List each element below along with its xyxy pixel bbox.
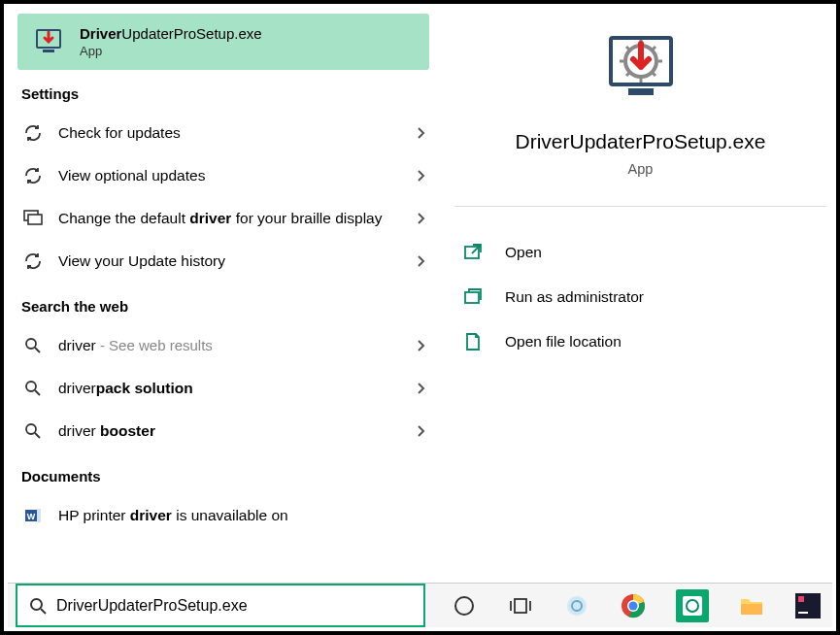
- svg-rect-25: [465, 292, 479, 303]
- settings-item-icon: [21, 251, 45, 271]
- svg-point-8: [26, 424, 36, 434]
- chevron-right-icon: [416, 212, 425, 225]
- svg-rect-12: [37, 509, 41, 522]
- settings-item-icon: [21, 210, 45, 227]
- active-app-icon[interactable]: [676, 589, 709, 622]
- run-admin-label: Run as administrator: [505, 288, 644, 306]
- open-location-label: Open file location: [505, 333, 622, 351]
- svg-rect-42: [798, 612, 808, 614]
- top-result[interactable]: DriverUpdaterProSetup.exe App: [17, 14, 429, 70]
- svg-line-21: [653, 73, 655, 76]
- settings-item-icon: [21, 123, 45, 143]
- top-result-subtitle: App: [80, 44, 262, 58]
- search-input[interactable]: [56, 597, 412, 615]
- detail-subtitle: App: [628, 161, 654, 177]
- shield-icon: [462, 286, 484, 308]
- settings-item-text: View optional updates: [58, 165, 416, 186]
- search-icon: [21, 380, 45, 397]
- document-item-text: HP printer driver is unavailable on: [58, 505, 425, 526]
- svg-line-23: [653, 47, 655, 50]
- top-result-title: DriverUpdaterProSetup.exe: [80, 25, 262, 42]
- open-location-action[interactable]: Open file location: [462, 319, 826, 364]
- document-item[interactable]: WHP printer driver is unavailable on: [17, 494, 435, 537]
- file-explorer-icon[interactable]: [738, 592, 765, 619]
- settings-item-text: Check for updates: [58, 122, 416, 144]
- taskbar: [8, 583, 832, 627]
- settings-item-icon: [21, 166, 45, 185]
- chrome-icon[interactable]: [620, 592, 647, 619]
- svg-rect-39: [741, 604, 762, 615]
- chevron-right-icon: [416, 382, 425, 395]
- settings-item[interactable]: Check for updates: [17, 112, 435, 154]
- svg-point-32: [567, 596, 587, 616]
- detail-app-icon: [602, 29, 680, 107]
- word-doc-icon: W: [21, 507, 45, 524]
- svg-point-4: [26, 339, 36, 349]
- svg-rect-41: [798, 596, 804, 602]
- chevron-right-icon: [416, 254, 425, 268]
- svg-point-36: [629, 601, 638, 610]
- run-admin-action[interactable]: Run as administrator: [462, 275, 826, 319]
- svg-line-5: [35, 348, 40, 352]
- svg-point-28: [455, 597, 473, 615]
- chevron-right-icon: [416, 424, 425, 438]
- web-item-text: driver - See web results: [58, 335, 416, 356]
- chevron-right-icon: [416, 169, 425, 183]
- svg-rect-3: [28, 215, 42, 224]
- svg-rect-29: [515, 599, 526, 613]
- svg-rect-1: [43, 50, 54, 52]
- svg-line-7: [35, 390, 40, 395]
- svg-line-20: [626, 47, 629, 50]
- svg-rect-14: [628, 88, 654, 95]
- svg-point-26: [31, 599, 42, 610]
- svg-line-22: [626, 73, 629, 76]
- intellij-icon[interactable]: [794, 592, 822, 619]
- folder-icon: [462, 331, 484, 352]
- open-action[interactable]: Open: [462, 230, 826, 275]
- chevron-right-icon: [416, 339, 425, 352]
- task-view-icon[interactable]: [507, 592, 534, 619]
- web-header: Search the web: [17, 283, 435, 324]
- web-item-text: driverpack solution: [58, 378, 416, 399]
- svg-line-9: [35, 433, 40, 438]
- app-icon: [33, 26, 64, 57]
- settings-item[interactable]: View optional updates: [17, 154, 435, 197]
- search-icon: [21, 422, 45, 440]
- detail-title: DriverUpdaterProSetup.exe: [516, 130, 766, 153]
- search-icon: [29, 597, 47, 615]
- taskbar-search-box[interactable]: [16, 584, 425, 627]
- detail-panel: DriverUpdaterProSetup.exe App Open Run a…: [435, 4, 836, 586]
- chevron-right-icon: [416, 126, 425, 140]
- settings-header: Settings: [17, 70, 435, 112]
- cortana-icon[interactable]: [451, 592, 478, 619]
- docs-header: Documents: [17, 452, 435, 494]
- app-gear-icon[interactable]: [563, 592, 590, 619]
- settings-item[interactable]: View your Update history: [17, 240, 435, 283]
- search-icon: [21, 337, 45, 354]
- web-result-item[interactable]: driver booster: [17, 410, 435, 452]
- web-result-item[interactable]: driverpack solution: [17, 367, 435, 410]
- svg-line-27: [41, 609, 46, 614]
- settings-item-text: View your Update history: [58, 251, 416, 272]
- web-result-item[interactable]: driver - See web results: [17, 324, 435, 367]
- web-item-text: driver booster: [58, 420, 416, 442]
- open-icon: [462, 242, 484, 263]
- svg-point-6: [26, 382, 36, 391]
- search-results-panel: DriverUpdaterProSetup.exe App Settings C…: [4, 4, 435, 586]
- settings-item[interactable]: Change the default driver for your brail…: [17, 197, 435, 240]
- settings-item-text: Change the default driver for your brail…: [58, 208, 416, 229]
- open-label: Open: [505, 244, 542, 261]
- svg-text:W: W: [27, 512, 36, 521]
